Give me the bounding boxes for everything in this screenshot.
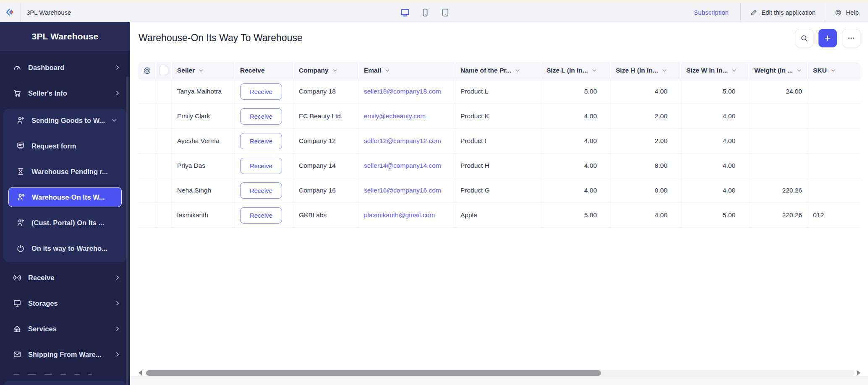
sidebar-item-label: On its way to Wareho... bbox=[31, 245, 118, 252]
pencil-icon bbox=[750, 9, 758, 16]
subscription-link[interactable]: Subscription bbox=[682, 3, 740, 22]
person-up-icon bbox=[16, 192, 26, 202]
chevron-down-icon bbox=[111, 117, 118, 124]
cell-email: emily@ecbeauty.com bbox=[359, 104, 455, 128]
sidebar-item-label: Warehouse-On Its W... bbox=[32, 193, 117, 201]
sidebar-item-label: Storages bbox=[28, 299, 114, 307]
sidebar-item[interactable]: Shipping From Ware... bbox=[4, 344, 126, 364]
app-logo[interactable] bbox=[0, 3, 21, 22]
column-header-visibility bbox=[139, 62, 156, 79]
table-row[interactable]: Emily ClarkReceiveEC Beauty Ltd.emily@ec… bbox=[139, 104, 860, 129]
sidebar-item[interactable]: Storages bbox=[4, 293, 126, 313]
chevron-down-icon[interactable] bbox=[198, 68, 204, 73]
receive-button[interactable]: Receive bbox=[240, 158, 282, 174]
cell-seller: Priya Das bbox=[172, 153, 235, 178]
sidebar-item[interactable]: On its way to Wareho... bbox=[8, 238, 122, 258]
edit-application-label: Edit this application bbox=[761, 9, 816, 16]
chevron-down-icon[interactable] bbox=[332, 68, 338, 73]
sidebar-group: Sending Goods to W...Request formWarehou… bbox=[3, 109, 127, 262]
cell-weight bbox=[749, 129, 808, 153]
sidebar-nav: DashboardSeller's InfoSending Goods to W… bbox=[0, 51, 130, 364]
target-icon[interactable] bbox=[143, 66, 152, 75]
desktop-icon[interactable] bbox=[400, 8, 410, 18]
select-all-checkbox[interactable] bbox=[159, 66, 168, 75]
horizontal-scrollbar bbox=[139, 370, 860, 376]
sidebar-item-label: Dashboard bbox=[28, 64, 114, 72]
cell-email: seller12@company12.com bbox=[359, 129, 455, 153]
table-row[interactable]: laxmikanthReceiveGKBLabsplaxmikanth@gmai… bbox=[139, 203, 860, 228]
cell-weight: 220.26 bbox=[749, 178, 808, 203]
email-link[interactable]: emily@ecbeauty.com bbox=[364, 112, 426, 120]
scroll-left-arrow[interactable] bbox=[139, 370, 142, 375]
cart-icon bbox=[13, 88, 22, 98]
table-row[interactable]: Neha SinghReceiveCompany 16seller16@comp… bbox=[139, 178, 860, 203]
cell-seller: laxmikanth bbox=[172, 203, 235, 227]
chevron-down-icon[interactable] bbox=[515, 68, 520, 73]
table-row[interactable]: Tanya MalhotraReceiveCompany 18seller18@… bbox=[139, 79, 860, 104]
sidebar-item[interactable]: (Cust. Portal) On Its ... bbox=[8, 213, 122, 233]
cell-company: Company 12 bbox=[294, 129, 359, 153]
receive-button[interactable]: Receive bbox=[240, 83, 282, 100]
column-header-sku: SKU bbox=[808, 62, 860, 79]
sidebar-item[interactable]: Services bbox=[4, 319, 126, 339]
chevron-right-icon bbox=[114, 300, 121, 307]
cell-sku bbox=[808, 104, 860, 128]
cell-visibility bbox=[139, 104, 156, 128]
scrollbar-track[interactable] bbox=[144, 370, 855, 376]
tablet-icon[interactable] bbox=[440, 8, 450, 18]
email-link[interactable]: seller16@company16.com bbox=[364, 187, 441, 194]
sidebar-scrollbar[interactable] bbox=[126, 77, 128, 385]
email-link[interactable]: seller14@company14.com bbox=[364, 162, 441, 169]
sidebar-item[interactable]: Dashboard bbox=[4, 57, 126, 78]
column-header-product: Name of the Pr... bbox=[455, 62, 541, 79]
cell-receive: Receive bbox=[235, 178, 294, 203]
bank-icon bbox=[13, 324, 22, 333]
chevron-down-icon[interactable] bbox=[661, 68, 667, 73]
column-label: Size W In In... bbox=[686, 67, 728, 74]
add-record-button[interactable] bbox=[818, 29, 837, 47]
more-options-button[interactable] bbox=[842, 29, 860, 47]
receive-button[interactable]: Receive bbox=[240, 108, 282, 125]
sidebar-item-label: (Cust. Portal) On Its ... bbox=[31, 219, 118, 227]
chevron-down-icon[interactable] bbox=[731, 68, 737, 73]
cell-company: EC Beauty Ltd. bbox=[294, 104, 359, 128]
chevron-down-icon[interactable] bbox=[384, 68, 390, 73]
sidebar-item[interactable]: Warehouse Pending r... bbox=[8, 161, 122, 182]
email-link[interactable]: seller18@company18.com bbox=[364, 88, 441, 95]
search-button[interactable] bbox=[795, 29, 813, 47]
email-link[interactable]: plaxmikanth@gmail.com bbox=[364, 211, 435, 219]
sidebar-item-label: Receive bbox=[28, 274, 114, 282]
table-row[interactable]: Ayesha VermaReceiveCompany 12seller12@co… bbox=[139, 129, 860, 153]
help-label: Help bbox=[846, 9, 859, 16]
column-label: Seller bbox=[177, 67, 195, 74]
receive-button[interactable]: Receive bbox=[240, 182, 282, 199]
chevron-down-icon[interactable] bbox=[796, 68, 802, 73]
edit-application-button[interactable]: Edit this application bbox=[740, 3, 825, 22]
form-icon bbox=[16, 141, 25, 151]
sidebar-item[interactable]: Receive bbox=[4, 268, 126, 288]
sidebar-item-label: Request form bbox=[31, 142, 118, 150]
receive-button[interactable]: Receive bbox=[240, 133, 282, 149]
phone-icon[interactable] bbox=[420, 8, 430, 18]
sidebar-item[interactable]: Warehouse-On Its W... bbox=[8, 187, 122, 207]
sidebar-item[interactable]: Sending Goods to W... bbox=[8, 110, 122, 130]
records-table: SellerReceiveCompanyEmailName of the Pr.… bbox=[139, 62, 860, 228]
sidebar-item[interactable]: Seller's Info bbox=[4, 83, 126, 103]
chevron-down-icon[interactable] bbox=[830, 68, 836, 73]
cell-company: GKBLabs bbox=[294, 203, 359, 227]
email-link[interactable]: seller12@company12.com bbox=[364, 137, 441, 145]
cell-company: Company 16 bbox=[294, 178, 359, 203]
column-label: Email bbox=[364, 67, 381, 74]
cell-visibility bbox=[139, 79, 156, 104]
power-icon bbox=[16, 244, 25, 253]
table-row[interactable]: Priya DasReceiveCompany 14seller14@compa… bbox=[139, 153, 860, 178]
sidebar: 3PL Warehouse DashboardSeller's InfoSend… bbox=[0, 22, 130, 385]
scroll-right-arrow[interactable] bbox=[857, 370, 860, 375]
sidebar-item[interactable]: Request form bbox=[8, 136, 122, 156]
chevron-down-icon[interactable] bbox=[591, 68, 597, 73]
receive-button[interactable]: Receive bbox=[240, 207, 282, 224]
chevron-right-icon bbox=[114, 274, 121, 281]
column-header-size_h: Size H (In In... bbox=[611, 62, 681, 79]
help-button[interactable]: Help bbox=[825, 3, 868, 22]
scrollbar-thumb[interactable] bbox=[146, 370, 601, 376]
